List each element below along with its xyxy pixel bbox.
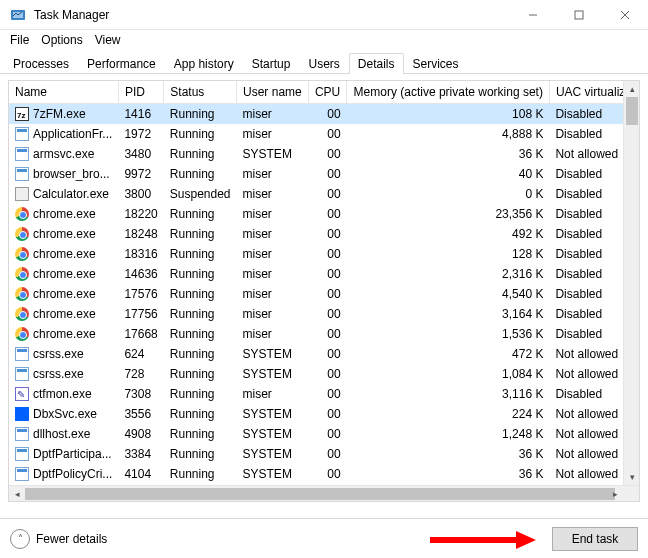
cell-pid: 9972 [118,164,163,184]
cell-user: miser [237,164,309,184]
tab-users[interactable]: Users [299,53,348,74]
tab-details[interactable]: Details [349,53,404,74]
tab-startup[interactable]: Startup [243,53,300,74]
cell-memory: 492 K [347,224,550,244]
table-row[interactable]: chrome.exe18316Runningmiser00128 KDisabl… [9,244,639,264]
cell-status: Running [164,224,237,244]
menu-view[interactable]: View [89,31,127,49]
table-row[interactable]: browser_bro...9972Runningmiser0040 KDisa… [9,164,639,184]
process-name: ctfmon.exe [33,387,92,401]
cell-name: csrss.exe [9,364,118,384]
cell-pid: 3384 [118,444,163,464]
table-row[interactable]: csrss.exe624RunningSYSTEM00472 KNot allo… [9,344,639,364]
maximize-button[interactable] [556,0,602,29]
table-row[interactable]: ctfmon.exe7308Runningmiser003,116 KDisab… [9,384,639,404]
cell-pid: 17576 [118,284,163,304]
fewer-details-toggle[interactable]: ˄ Fewer details [10,529,107,549]
table-row[interactable]: ApplicationFr...1972Runningmiser004,888 … [9,124,639,144]
cell-name: dllhost.exe [9,424,118,444]
vertical-scrollbar[interactable]: ▴ ▾ [623,81,639,485]
cell-cpu: 00 [308,404,346,424]
scroll-up-icon[interactable]: ▴ [624,81,640,97]
column-header-row: Name PID Status User name CPU Memory (ac… [9,81,639,104]
table-row[interactable]: DptfParticipa...3384RunningSYSTEM0036 KN… [9,444,639,464]
process-table[interactable]: Name PID Status User name CPU Memory (ac… [9,81,639,502]
cell-status: Running [164,384,237,404]
tab-services[interactable]: Services [404,53,468,74]
menu-bar: File Options View [0,30,648,50]
process-icon [15,407,29,421]
cell-status: Suspended [164,184,237,204]
cell-pid: 624 [118,344,163,364]
table-row[interactable]: dllhost.exe4908RunningSYSTEM001,248 KNot… [9,424,639,444]
col-status[interactable]: Status [164,81,237,104]
process-icon [15,347,29,361]
menu-options[interactable]: Options [35,31,88,49]
cell-cpu: 00 [308,424,346,444]
cell-cpu: 00 [308,204,346,224]
cell-name: chrome.exe [9,264,118,284]
table-row[interactable]: chrome.exe17668Runningmiser001,536 KDisa… [9,324,639,344]
process-icon [15,127,29,141]
cell-memory: 1,084 K [347,364,550,384]
tab-performance[interactable]: Performance [78,53,165,74]
table-row[interactable]: csrss.exe728RunningSYSTEM001,084 KNot al… [9,364,639,384]
process-name: csrss.exe [33,347,84,361]
scroll-right-icon[interactable]: ▸ [607,486,623,502]
col-memory[interactable]: Memory (active private working set) [347,81,550,104]
process-name: chrome.exe [33,227,96,241]
end-task-button[interactable]: End task [552,527,638,551]
table-row[interactable]: chrome.exe18248Runningmiser00492 KDisabl… [9,224,639,244]
col-user[interactable]: User name [237,81,309,104]
horizontal-scrollbar[interactable]: ◂ ▸ [9,485,639,501]
process-icon [15,227,29,241]
cell-pid: 18248 [118,224,163,244]
close-button[interactable] [602,0,648,29]
scroll-thumb-vertical[interactable] [626,97,638,125]
cell-status: Running [164,344,237,364]
tab-apphistory[interactable]: App history [165,53,243,74]
chevron-up-icon: ˄ [10,529,30,549]
cell-memory: 4,540 K [347,284,550,304]
cell-pid: 1416 [118,104,163,125]
cell-cpu: 00 [308,324,346,344]
tab-strip: Processes Performance App history Startu… [0,50,648,74]
details-pane: Name PID Status User name CPU Memory (ac… [0,74,648,518]
cell-memory: 1,248 K [347,424,550,444]
table-row[interactable]: armsvc.exe3480RunningSYSTEM0036 KNot all… [9,144,639,164]
table-row[interactable]: DptfPolicyCri...4104RunningSYSTEM0036 KN… [9,464,639,484]
cell-pid: 7308 [118,384,163,404]
scroll-thumb-horizontal[interactable] [25,488,615,500]
cell-name: chrome.exe [9,304,118,324]
process-icon [15,247,29,261]
table-row[interactable]: chrome.exe18220Runningmiser0023,356 KDis… [9,204,639,224]
table-row[interactable]: DbxSvc.exe3556RunningSYSTEM00224 KNot al… [9,404,639,424]
cell-user: miser [237,284,309,304]
scroll-down-icon[interactable]: ▾ [624,469,640,485]
process-icon [15,207,29,221]
cell-name: DptfParticipa... [9,444,118,464]
scroll-left-icon[interactable]: ◂ [9,486,25,502]
table-row[interactable]: Calculator.exe3800Suspendedmiser000 KDis… [9,184,639,204]
col-pid[interactable]: PID [118,81,163,104]
cell-memory: 4,888 K [347,124,550,144]
scroll-corner [623,486,639,502]
cell-memory: 23,356 K [347,204,550,224]
cell-status: Running [164,204,237,224]
table-row[interactable]: chrome.exe14636Runningmiser002,316 KDisa… [9,264,639,284]
col-cpu[interactable]: CPU [308,81,346,104]
cell-user: miser [237,264,309,284]
cell-name: DptfPolicyCri... [9,464,118,484]
cell-name: 7zFM.exe [9,104,118,125]
minimize-button[interactable] [510,0,556,29]
process-icon [15,467,29,481]
cell-name: armsvc.exe [9,144,118,164]
table-row[interactable]: chrome.exe17756Runningmiser003,164 KDisa… [9,304,639,324]
cell-name: chrome.exe [9,224,118,244]
col-name[interactable]: Name [9,81,118,104]
table-row[interactable]: chrome.exe17576Runningmiser004,540 KDisa… [9,284,639,304]
tab-processes[interactable]: Processes [4,53,78,74]
menu-file[interactable]: File [4,31,35,49]
cell-user: miser [237,204,309,224]
table-row[interactable]: 7zFM.exe1416Runningmiser00108 KDisabled [9,104,639,125]
